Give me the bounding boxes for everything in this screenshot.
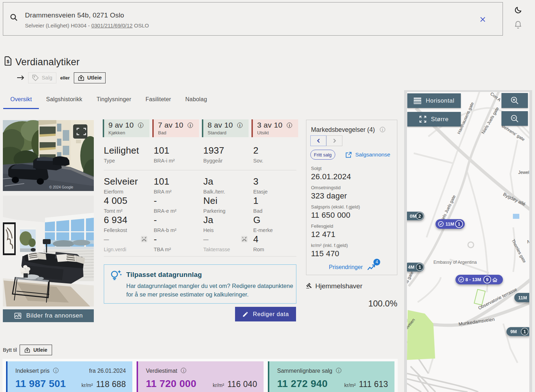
svg-text:Embassy of Argentina: Embassy of Argentina bbox=[433, 260, 477, 265]
svg-text:11M: 11M bbox=[518, 295, 527, 300]
svg-text:8 - 13M: 8 - 13M bbox=[465, 277, 481, 282]
svg-text:2: 2 bbox=[418, 213, 421, 219]
svg-text:0M: 0M bbox=[410, 213, 416, 219]
svg-text:4M: 4M bbox=[408, 264, 414, 270]
svg-text:1: 1 bbox=[524, 329, 526, 334]
svg-text:$: $ bbox=[7, 59, 10, 64]
svg-text:1: 1 bbox=[419, 264, 421, 270]
svg-text:N: N bbox=[527, 239, 529, 244]
svg-text:9: 9 bbox=[486, 277, 489, 282]
svg-text:11M: 11M bbox=[445, 221, 454, 227]
svg-text:9M: 9M bbox=[510, 329, 517, 334]
svg-text:1: 1 bbox=[458, 221, 460, 227]
svg-text:© 2024 Google: © 2024 Google bbox=[49, 185, 73, 189]
svg-text:Jewel of: Jewel of bbox=[518, 170, 529, 175]
